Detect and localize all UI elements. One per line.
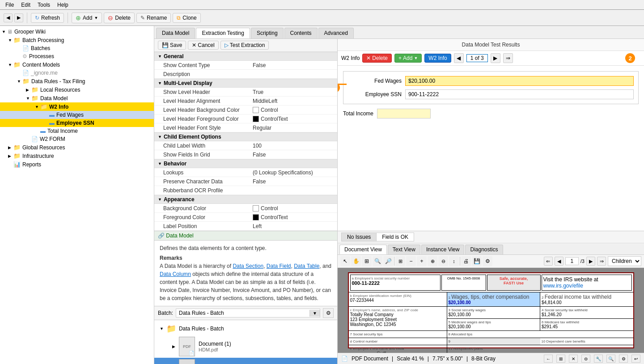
link-data-field[interactable]: Data Field: [267, 263, 291, 269]
tree-item-content-models[interactable]: ▼ 📁 Content Models: [0, 60, 154, 69]
tree-item-data-rules[interactable]: ▼ 📁 Data Rules - Tax Filing: [0, 77, 154, 85]
footer-btn-5[interactable]: 🔧: [594, 355, 603, 363]
doc-tool-zoom4[interactable]: ⊖: [438, 256, 448, 266]
tree-item-w2-info[interactable]: ▼ 📁 W2 Info 1: [0, 102, 154, 111]
add-record-button[interactable]: + Add ▼: [394, 54, 422, 63]
batch-dropdown-container[interactable]: Data Rules - Batch ▼: [176, 309, 320, 317]
tree-item-total-income[interactable]: ▬ Total Income: [0, 127, 154, 135]
tab-extraction-testing[interactable]: Extraction Testing: [196, 28, 250, 38]
doc-tab-bar: Document View Text View Instance View Di…: [338, 243, 644, 255]
doc-tool-zoom-in2[interactable]: +: [417, 256, 427, 266]
doc-tool-zoom-out2[interactable]: −: [406, 256, 416, 266]
nav-last-record-button[interactable]: ⇒: [503, 53, 513, 63]
tree-item-batches[interactable]: 📄 Batches: [0, 44, 154, 52]
nav-current: 1: [470, 55, 474, 61]
add-button[interactable]: ⊕ Add ▼: [72, 13, 102, 23]
section-header-general[interactable]: ▼ General: [154, 52, 337, 61]
doc-nav-page-input[interactable]: [565, 257, 579, 265]
section-header-child-element[interactable]: ▼ Child Element Options: [154, 132, 337, 141]
doc-tool-zoom3[interactable]: ⊕: [428, 256, 437, 266]
doc-tool-select[interactable]: ↖: [340, 256, 350, 266]
doc-tab-instance-view[interactable]: Instance View: [421, 245, 465, 254]
doc-tool-zoom-in[interactable]: 🔎: [383, 256, 393, 266]
footer-btn-4[interactable]: ⊖: [581, 355, 590, 363]
doc-tool-hand[interactable]: ✋: [351, 256, 361, 266]
batch-file-1[interactable]: ▶ PDF 📄 Document (1) HDM.pdf: [154, 335, 337, 358]
footer-btn-1[interactable]: ←: [544, 355, 553, 363]
footer-btn-8[interactable]: ↩: [631, 355, 640, 363]
tree-item-global-resources[interactable]: ▶ 📁 Global Resources: [0, 143, 154, 152]
tree-item-data-model[interactable]: ▼ 📁 Data Model: [0, 94, 154, 102]
tree-item-infrastructure[interactable]: ▶ 📁 Infrastructure: [0, 152, 154, 160]
menu-tools[interactable]: Tools: [34, 1, 54, 9]
tree-item-fed-wages[interactable]: ▬ Fed Wages: [0, 111, 154, 119]
link-data-column[interactable]: Data Column: [160, 271, 191, 277]
w2-info-record-button[interactable]: W2 Info: [424, 54, 451, 63]
nav-forward-button[interactable]: ▶: [14, 13, 23, 22]
doc-tool-settings2[interactable]: ⚙: [483, 256, 492, 266]
menu-help[interactable]: Help: [54, 1, 72, 9]
doc-nav-last[interactable]: ⇒: [597, 257, 606, 266]
w2-form-container: a Employee's social security number 000-…: [348, 272, 634, 348]
doc-tool-capture[interactable]: ⊞: [362, 256, 372, 266]
section-header-behavior[interactable]: ▼ Behavior: [154, 159, 337, 168]
doc-tool-print[interactable]: 🖨: [461, 256, 471, 266]
save-button[interactable]: 💾 Save: [158, 41, 186, 50]
batch-file-2[interactable]: ▶ PDF 📄 w2 FORM (2) MDM.pdf: [154, 358, 337, 364]
doc-tab-text-view[interactable]: Text View: [388, 245, 420, 254]
delete-button[interactable]: ⊖ Delete: [104, 13, 135, 23]
status-no-issues-button[interactable]: No Issues: [341, 233, 377, 241]
tree-item-employee-ssn[interactable]: ▬ Employee SSN: [0, 119, 154, 127]
batch-file-label-1: HDM.pdf: [199, 347, 231, 352]
tree-item-batch-processing[interactable]: ▼ 📁 Batch Processing: [0, 36, 154, 44]
doc-nav-first[interactable]: ⇐: [544, 257, 553, 266]
status-field-ok-button[interactable]: Field is OK: [377, 233, 414, 241]
batch-root-folder[interactable]: ▼ 📁 Data Rules - Batch: [154, 322, 337, 335]
tab-scripting[interactable]: Scripting: [251, 28, 284, 38]
doc-tab-document-view[interactable]: Document View: [339, 245, 387, 254]
doc-tab-diagnostics[interactable]: Diagnostics: [465, 245, 503, 254]
footer-btn-3[interactable]: ✕: [569, 355, 578, 363]
tree-item-reports[interactable]: 📊 Reports: [0, 160, 154, 169]
doc-tool-search[interactable]: 🔍: [373, 256, 382, 266]
tree-item-ignore[interactable]: 📄 _ignore.me: [0, 69, 154, 77]
doc-nav-prev[interactable]: ◀: [555, 257, 564, 266]
tab-advanced[interactable]: Advanced: [318, 28, 354, 38]
doc-nav-next[interactable]: ▶: [586, 257, 595, 266]
link-data-section[interactable]: Data Section: [233, 263, 263, 269]
delete-record-button[interactable]: ✕ Delete: [362, 54, 392, 63]
tree-item-processes[interactable]: ⚙ Processes: [0, 52, 154, 60]
batch-settings-button[interactable]: ⚙: [323, 308, 334, 318]
nav-prev-record-button[interactable]: ◀: [454, 53, 464, 63]
tree-item-w2-form[interactable]: 📄 W2 FORM: [0, 135, 154, 143]
tree-item-local-resources[interactable]: ▶ 📁 Local Resources: [0, 85, 154, 94]
nav-next-record-button[interactable]: ▶: [491, 53, 500, 63]
test-extraction-button[interactable]: ▷ Test Extraction: [220, 41, 269, 50]
footer-separator-1: |: [392, 356, 393, 362]
nav-back-button[interactable]: ◀: [4, 13, 13, 22]
refresh-button[interactable]: ↻ Refresh: [31, 13, 64, 23]
description-header[interactable]: 🔗 Data Model: [154, 231, 337, 241]
doc-tool-zoom-fit[interactable]: ⊞: [395, 256, 405, 266]
rename-button[interactable]: ✎ Rename: [136, 13, 171, 23]
children-select[interactable]: Children: [608, 256, 641, 266]
prop-row-header-alignment: Level Header Alignment MiddleLeft: [154, 97, 337, 106]
tree-item-root[interactable]: ▼ 🖥 Grooper Wiki: [0, 28, 154, 36]
footer-btn-6[interactable]: 🔍: [606, 355, 615, 363]
clone-button[interactable]: ⧉ Clone: [173, 13, 200, 23]
tab-data-model[interactable]: Data Model: [156, 28, 195, 38]
menu-file[interactable]: File: [2, 1, 17, 9]
fed-wages-input[interactable]: [405, 76, 634, 86]
employee-ssn-input[interactable]: [405, 89, 634, 99]
tab-contents[interactable]: Contents: [284, 28, 318, 38]
doc-tool-zoom5[interactable]: ↕: [449, 256, 459, 266]
footer-btn-2[interactable]: ⊞: [556, 355, 565, 363]
link-data-table[interactable]: Data Table: [294, 263, 319, 269]
footer-btn-7[interactable]: ⚙: [619, 355, 628, 363]
doc-tool-save2[interactable]: 💾: [472, 256, 482, 266]
cancel-button[interactable]: ✕ Cancel: [188, 41, 218, 50]
total-income-input[interactable]: [377, 109, 431, 119]
section-header-appearance[interactable]: ▼ Appearance: [154, 195, 337, 204]
menu-edit[interactable]: Edit: [17, 1, 34, 9]
section-header-multi-level[interactable]: ▼ Multi-Level Display: [154, 79, 337, 88]
